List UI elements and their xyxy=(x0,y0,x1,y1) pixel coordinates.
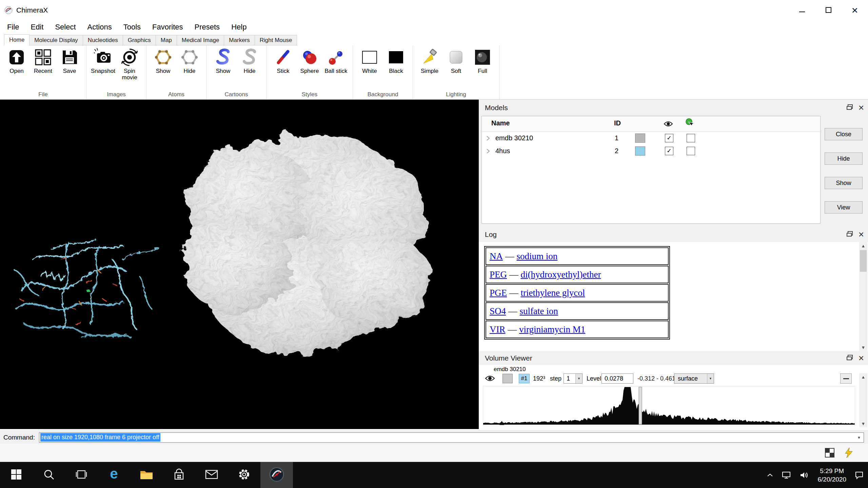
chevron-down-icon[interactable]: ▼ xyxy=(857,435,861,440)
log-link-code[interactable]: VIR xyxy=(490,324,506,335)
ribbon-tab-right-mouse[interactable]: Right Mouse xyxy=(255,35,297,45)
menu-edit[interactable]: Edit xyxy=(25,20,49,34)
view-models-button[interactable]: View xyxy=(825,201,863,214)
log-link-description[interactable]: di(hydroxyethyl)ether xyxy=(521,269,601,280)
scroll-up-icon[interactable]: ▲ xyxy=(859,373,867,381)
ribbon-button-snapshot[interactable]: Snapshot xyxy=(90,47,116,74)
ribbon-button-hide[interactable]: Hide xyxy=(236,47,263,74)
lightning-icon[interactable] xyxy=(843,447,854,459)
models-close-button[interactable]: × xyxy=(859,103,864,113)
taskbar-task-view-button[interactable] xyxy=(65,462,98,488)
ribbon-button-save[interactable]: Save xyxy=(56,47,83,74)
taskbar-start-button[interactable] xyxy=(0,462,33,488)
level-input[interactable]: 0.0278 xyxy=(601,373,633,384)
ribbon-button-simple[interactable]: Simple xyxy=(416,47,443,74)
model-shown-checkbox[interactable]: ✓ xyxy=(665,147,673,155)
ribbon-tab-nucleotides[interactable]: Nucleotides xyxy=(83,35,123,45)
show-models-button[interactable]: Show xyxy=(825,177,863,189)
scrollbar-thumb[interactable] xyxy=(860,250,867,272)
models-float-button[interactable] xyxy=(846,104,853,111)
taskbar-mail-button[interactable] xyxy=(195,462,228,488)
models-col-id[interactable]: ID xyxy=(614,119,621,127)
ribbon-button-soft[interactable]: Soft xyxy=(443,47,469,74)
volume-color-swatch[interactable] xyxy=(502,374,513,383)
ribbon-button-stick[interactable]: Stick xyxy=(270,47,296,74)
action-center-icon[interactable] xyxy=(850,462,868,488)
menu-favorites[interactable]: Favorites xyxy=(146,20,189,34)
ribbon-tab-graphics[interactable]: Graphics xyxy=(123,35,156,45)
volume-eye-icon[interactable] xyxy=(485,375,495,384)
model-shown-checkbox[interactable]: ✓ xyxy=(665,134,673,142)
log-link-description[interactable]: triethylene glycol xyxy=(521,288,585,298)
ribbon-button-full[interactable]: Full xyxy=(469,47,496,74)
menu-presets[interactable]: Presets xyxy=(189,20,226,34)
model-selected-checkbox[interactable] xyxy=(687,134,695,142)
ribbon-tab-map[interactable]: Map xyxy=(156,35,177,45)
command-input[interactable]: real on size 1920,1080 frame 6 projector… xyxy=(39,432,864,443)
log-link-description[interactable]: virginiamycin M1 xyxy=(519,324,585,335)
minimize-button[interactable] xyxy=(789,0,815,20)
step-dropdown[interactable]: 1▼ xyxy=(564,373,583,384)
model-row-4hus[interactable]: 4hus2✓ xyxy=(482,145,820,158)
ribbon-button-spin-movie[interactable]: Spin movie xyxy=(116,47,143,81)
log-link-code[interactable]: NA xyxy=(490,251,503,262)
log-scrollbar[interactable]: ▲ ▼ xyxy=(859,242,867,351)
menu-help[interactable]: Help xyxy=(225,20,252,34)
graphics-viewport[interactable] xyxy=(0,100,479,429)
ribbon-button-show[interactable]: Show xyxy=(210,47,236,74)
network-icon[interactable] xyxy=(777,462,795,488)
model-color-swatch[interactable] xyxy=(635,134,645,143)
collapse-panel-button[interactable] xyxy=(840,373,852,384)
ribbon-button-sphere[interactable]: Sphere xyxy=(296,47,323,74)
volume-scrollbar[interactable]: ▲ ▼ xyxy=(859,373,867,427)
menu-select[interactable]: Select xyxy=(49,20,81,34)
model-selected-checkbox[interactable] xyxy=(687,147,695,155)
menu-actions[interactable]: Actions xyxy=(82,20,118,34)
taskbar-edge-button[interactable]: e xyxy=(98,462,130,488)
close-button[interactable]: × xyxy=(842,0,868,20)
style-dropdown[interactable]: surface▼ xyxy=(674,373,714,384)
log-link-description[interactable]: sodium ion xyxy=(517,251,558,262)
maximize-button[interactable] xyxy=(815,0,842,20)
grid-icon[interactable] xyxy=(824,447,835,459)
log-link-description[interactable]: sulfate ion xyxy=(520,306,558,317)
expand-arrow-icon[interactable] xyxy=(486,136,490,142)
ribbon-button-open[interactable]: Open xyxy=(3,47,30,74)
ribbon-button-recent[interactable]: Recent xyxy=(30,47,56,74)
volume-histogram[interactable] xyxy=(483,386,855,426)
log-link-code[interactable]: SO4 xyxy=(490,306,506,317)
model-row-emdb-30210[interactable]: emdb 302101✓ xyxy=(482,132,820,145)
tray-chevron-up-icon[interactable] xyxy=(763,462,777,488)
ribbon-button-hide[interactable]: Hide xyxy=(176,47,203,74)
taskbar-store-button[interactable] xyxy=(163,462,195,488)
ribbon-button-ball-stick[interactable]: Ball stick xyxy=(323,47,349,74)
volume-float-button[interactable] xyxy=(846,354,853,362)
log-link-code[interactable]: PGE xyxy=(490,288,507,298)
select-pointer-icon[interactable] xyxy=(685,118,693,129)
scroll-down-icon[interactable]: ▼ xyxy=(859,344,867,351)
taskbar-clock[interactable]: 5:29 PM 6/20/2020 xyxy=(813,467,850,484)
scroll-up-icon[interactable]: ▲ xyxy=(859,242,867,249)
volume-id-chip[interactable]: #1 xyxy=(519,374,530,383)
hide-models-button[interactable]: Hide xyxy=(825,152,863,165)
ribbon-button-black[interactable]: Black xyxy=(383,47,409,74)
menu-tools[interactable]: Tools xyxy=(118,20,146,34)
log-link-code[interactable]: PEG xyxy=(490,269,507,280)
ribbon-tab-medical-image[interactable]: Medical Image xyxy=(177,35,224,45)
log-float-button[interactable] xyxy=(846,231,853,238)
ribbon-tab-markers[interactable]: Markers xyxy=(224,35,255,45)
ribbon-button-show[interactable]: Show xyxy=(150,47,176,74)
log-close-button[interactable]: × xyxy=(859,230,864,239)
ribbon-button-white[interactable]: White xyxy=(356,47,383,74)
close-models-button[interactable]: Close xyxy=(825,128,863,140)
ribbon-tab-home[interactable]: Home xyxy=(4,34,29,45)
models-col-name[interactable]: Name xyxy=(491,119,510,127)
ribbon-tab-molecule-display[interactable]: Molecule Display xyxy=(29,35,83,45)
taskbar-file-explorer-button[interactable] xyxy=(130,462,163,488)
taskbar-settings-button[interactable] xyxy=(228,462,260,488)
scroll-down-icon[interactable]: ▼ xyxy=(859,420,867,427)
volume-close-button[interactable]: × xyxy=(859,353,864,363)
speaker-icon[interactable] xyxy=(795,462,813,488)
model-color-swatch[interactable] xyxy=(635,146,645,156)
eye-icon[interactable] xyxy=(664,121,673,128)
